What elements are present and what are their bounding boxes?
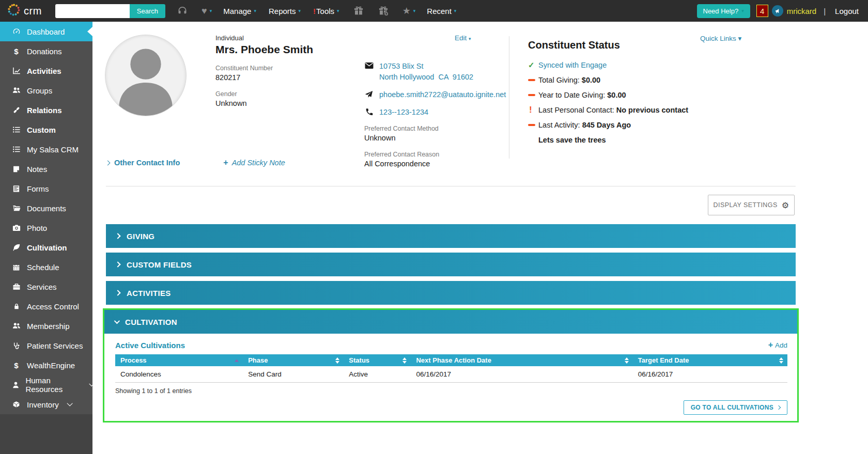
sidebar-item-human-resources[interactable]: Human Resources [0, 375, 92, 395]
chevron-right-icon [105, 160, 111, 165]
manage-menu[interactable]: Manage ▾ [223, 7, 256, 15]
announcements-icon[interactable] [772, 5, 783, 17]
constituent-type: Individual [215, 34, 313, 42]
favorites-star-menu[interactable]: ★ ▾ [402, 6, 416, 15]
plus-icon: + [768, 340, 773, 350]
recent-menu[interactable]: Recent ▾ [427, 7, 456, 15]
sidebar-item-wealthengine[interactable]: $ WealthEngine [0, 355, 92, 375]
column-header-target-end-date[interactable]: Target End Date [633, 354, 787, 366]
sidebar-item-schedule[interactable]: Schedule [0, 257, 92, 277]
gift-icon[interactable] [353, 5, 364, 17]
chevron-down-icon: ▾ [254, 8, 256, 13]
sidebar-item-access-control[interactable]: Access Control [0, 296, 92, 316]
notification-badge[interactable]: 4 [756, 5, 768, 17]
sidebar-item-membership[interactable]: Membership [0, 316, 92, 336]
envelope-icon [364, 61, 374, 69]
table-row[interactable]: Condolences Send Card Active 06/16/2017 … [115, 366, 787, 383]
sidebar: Dashboard $ Donations Activities Groups [0, 22, 92, 454]
cell-next-phase-action-date: 06/16/2017 [411, 366, 632, 383]
section-bar-custom-fields[interactable]: CUSTOM FIELDS [106, 253, 796, 276]
logo-text: crm [24, 5, 42, 17]
other-contact-info-toggle[interactable]: Other Contact Info [106, 159, 180, 167]
sidebar-item-documents[interactable]: Documents [0, 198, 92, 218]
dash-icon [528, 94, 538, 96]
page-title: Mrs. Phoebe Smith [215, 43, 313, 56]
column-header-next-phase-action-date[interactable]: Next Phase Action Date [411, 354, 632, 366]
section-bar-activities[interactable]: ACTIVITIES [106, 281, 796, 305]
boxes-icon [11, 401, 21, 409]
sidebar-item-donations[interactable]: $ Donations [0, 41, 92, 61]
crm-logo-icon [7, 3, 21, 19]
app-logo[interactable]: crm [7, 3, 42, 19]
phone-link[interactable]: 123--123-1234 [379, 107, 428, 118]
sidebar-item-custom[interactable]: Custom [0, 120, 92, 139]
topbar-separator: | [824, 7, 826, 15]
sidebar-item-groups[interactable]: Groups [0, 81, 92, 100]
cultivation-section-content: Active Cultivations + Add Process Phase [104, 334, 797, 421]
chevron-right-icon [777, 405, 781, 410]
headphones-icon[interactable] [177, 5, 188, 17]
chevron-down-icon: ▾ [741, 8, 744, 13]
heart-icon: ♥ [202, 6, 207, 15]
contact-info: 10753 Blix StNorth Hollywood CA 91602 ph… [364, 61, 509, 168]
sort-icon [335, 357, 339, 364]
preferred-method-value: Unknown [364, 134, 509, 142]
address-link[interactable]: 10753 Blix StNorth Hollywood CA 91602 [379, 61, 473, 83]
sidebar-item-activities[interactable]: Activities [0, 61, 92, 81]
gender-label: Gender [215, 90, 313, 98]
search-input[interactable] [55, 4, 130, 18]
chevron-down-icon [67, 400, 72, 406]
dollar-icon: $ [11, 361, 21, 370]
chevron-right-icon [115, 233, 120, 239]
sidebar-item-notes[interactable]: Notes [0, 159, 92, 179]
edit-menu[interactable]: Edit ▾ [455, 34, 471, 42]
status-item-total-giving: Total Giving: $0.00 [528, 75, 848, 84]
sidebar-item-forms[interactable]: Forms [0, 179, 92, 198]
sidebar-item-services[interactable]: Services [0, 277, 92, 296]
sidebar-item-photo[interactable]: Photo [0, 218, 92, 238]
section-bar-cultivation[interactable]: CULTIVATION [104, 310, 797, 334]
reports-menu[interactable]: Reports ▾ [269, 7, 301, 15]
gender-value: Unknown [215, 99, 313, 107]
sidebar-item-dashboard[interactable]: Dashboard [0, 22, 92, 41]
sidebar-item-cultivation[interactable]: Cultivation [0, 238, 92, 257]
topbar: crm Search ♥ ▾ Manage ▾ Reports ▾ ! Tool… [0, 0, 868, 22]
username-link[interactable]: mrickard [787, 7, 817, 15]
avatar[interactable] [105, 35, 187, 116]
stethoscope-icon [11, 342, 21, 350]
section-bar-giving[interactable]: GIVING [106, 224, 796, 248]
go-to-all-cultivations-button[interactable]: GO TO ALL CULTIVATIONS [684, 400, 787, 415]
phone-icon [364, 107, 374, 116]
folder-open-icon [11, 204, 21, 212]
column-header-process[interactable]: Process [115, 354, 243, 366]
add-cultivation-link[interactable]: + Add [768, 340, 787, 350]
preferred-method-label: Preferred Contact Method [364, 125, 509, 132]
sort-icon [625, 357, 629, 364]
sort-icon [779, 357, 783, 364]
tools-menu[interactable]: ! Tools ▾ [313, 7, 339, 15]
need-help-button[interactable]: Need Help? ▾ [697, 4, 750, 18]
briefcase-icon [11, 283, 21, 291]
constituent-status-panel: Constituent Status ✓ Synced with Engage … [528, 34, 848, 150]
send-icon [364, 89, 374, 99]
sidebar-item-patient-services[interactable]: Patient Services [0, 336, 92, 355]
column-header-status[interactable]: Status [344, 354, 411, 366]
synced-link[interactable]: Synced with Engage [538, 61, 607, 69]
email-link[interactable]: phoebe.smith2722@uatauto.ignite.net [379, 89, 506, 100]
display-settings-button[interactable]: DISPLAY SETTINGS ⚙ [708, 195, 795, 215]
chevron-right-icon [115, 261, 120, 267]
sidebar-item-relations[interactable]: Relations [0, 100, 92, 120]
logout-link[interactable]: Logout [835, 7, 859, 15]
column-header-phase[interactable]: Phase [243, 354, 344, 366]
search-button[interactable]: Search [130, 4, 165, 18]
sidebar-item-inventory[interactable]: Inventory [0, 395, 92, 414]
gift-add-icon[interactable] [378, 5, 389, 17]
cultivation-highlight-box: CULTIVATION Active Cultivations + Add Pr… [103, 308, 799, 422]
sidebar-item-my-salsa-crm[interactable]: My Salsa CRM [0, 139, 92, 159]
chevron-down-icon: ▾ [337, 8, 339, 13]
phone-row: 123--123-1234 [364, 107, 509, 118]
chevron-down-icon: ▾ [299, 8, 301, 13]
favorites-heart-menu[interactable]: ♥ ▾ [202, 6, 212, 15]
add-sticky-note-link[interactable]: + Add Sticky Note [223, 158, 285, 167]
form-icon [11, 185, 21, 193]
